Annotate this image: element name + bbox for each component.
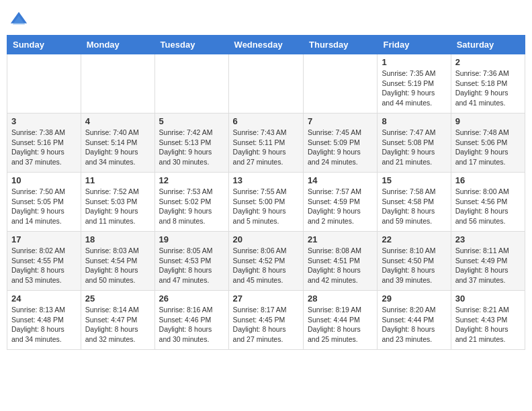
calendar-cell: 27Sunrise: 8:17 AM Sunset: 4:45 PM Dayli…	[228, 291, 303, 350]
calendar-cell: 19Sunrise: 8:05 AM Sunset: 4:53 PM Dayli…	[154, 232, 228, 291]
calendar-cell: 4Sunrise: 7:40 AM Sunset: 5:14 PM Daylig…	[81, 113, 154, 173]
day-info: Sunrise: 8:13 AM Sunset: 4:48 PM Dayligh…	[11, 305, 77, 345]
header-row: SundayMondayTuesdayWednesdayThursdayFrid…	[7, 36, 525, 54]
calendar-cell: 7Sunrise: 7:45 AM Sunset: 5:09 PM Daylig…	[304, 113, 378, 173]
day-number: 23	[455, 234, 521, 244]
week-row-1: 1Sunrise: 7:35 AM Sunset: 5:19 PM Daylig…	[7, 54, 525, 113]
calendar-cell	[154, 54, 228, 113]
day-info: Sunrise: 7:57 AM Sunset: 4:59 PM Dayligh…	[308, 187, 373, 226]
calendar-cell: 2Sunrise: 7:36 AM Sunset: 5:18 PM Daylig…	[451, 54, 525, 113]
calendar-cell	[7, 54, 81, 113]
calendar-cell	[304, 54, 378, 113]
calendar-cell: 11Sunrise: 7:52 AM Sunset: 5:03 PM Dayli…	[81, 173, 154, 232]
calendar-cell: 16Sunrise: 8:00 AM Sunset: 4:56 PM Dayli…	[451, 173, 525, 232]
day-info: Sunrise: 8:11 AM Sunset: 4:49 PM Dayligh…	[455, 246, 521, 285]
day-info: Sunrise: 8:05 AM Sunset: 4:53 PM Dayligh…	[159, 246, 224, 285]
week-row-2: 3Sunrise: 7:38 AM Sunset: 5:16 PM Daylig…	[7, 113, 525, 173]
day-info: Sunrise: 7:58 AM Sunset: 4:58 PM Dayligh…	[382, 187, 446, 226]
day-info: Sunrise: 8:06 AM Sunset: 4:52 PM Dayligh…	[233, 246, 299, 285]
day-number: 8	[382, 116, 446, 126]
header-wednesday: Wednesday	[228, 36, 303, 54]
day-info: Sunrise: 7:55 AM Sunset: 5:00 PM Dayligh…	[233, 187, 299, 226]
calendar-cell	[81, 54, 154, 113]
day-number: 1	[382, 57, 446, 67]
day-number: 28	[308, 293, 373, 304]
header-monday: Monday	[81, 36, 154, 54]
day-info: Sunrise: 8:10 AM Sunset: 4:50 PM Dayligh…	[382, 246, 446, 285]
day-number: 6	[233, 116, 299, 126]
calendar-cell: 22Sunrise: 8:10 AM Sunset: 4:50 PM Dayli…	[378, 232, 451, 291]
calendar-cell: 5Sunrise: 7:42 AM Sunset: 5:13 PM Daylig…	[154, 113, 228, 173]
calendar-cell: 6Sunrise: 7:43 AM Sunset: 5:11 PM Daylig…	[228, 113, 303, 173]
day-info: Sunrise: 7:35 AM Sunset: 5:19 PM Dayligh…	[382, 68, 446, 108]
day-info: Sunrise: 7:53 AM Sunset: 5:02 PM Dayligh…	[159, 187, 224, 226]
calendar-cell: 10Sunrise: 7:50 AM Sunset: 5:05 PM Dayli…	[7, 173, 81, 232]
logo	[9, 11, 31, 30]
calendar-cell: 30Sunrise: 8:21 AM Sunset: 4:43 PM Dayli…	[451, 291, 525, 350]
day-info: Sunrise: 7:40 AM Sunset: 5:14 PM Dayligh…	[85, 128, 150, 167]
day-number: 4	[85, 116, 150, 126]
day-info: Sunrise: 8:17 AM Sunset: 4:45 PM Dayligh…	[233, 305, 299, 345]
day-number: 29	[382, 293, 446, 304]
calendar-cell: 17Sunrise: 8:02 AM Sunset: 4:55 PM Dayli…	[7, 232, 81, 291]
calendar-cell: 15Sunrise: 7:58 AM Sunset: 4:58 PM Dayli…	[378, 173, 451, 232]
day-info: Sunrise: 8:08 AM Sunset: 4:51 PM Dayligh…	[308, 246, 373, 285]
day-number: 26	[159, 293, 224, 304]
day-info: Sunrise: 8:19 AM Sunset: 4:44 PM Dayligh…	[308, 305, 373, 345]
day-number: 27	[233, 293, 299, 304]
day-number: 9	[455, 116, 521, 126]
calendar-cell: 23Sunrise: 8:11 AM Sunset: 4:49 PM Dayli…	[451, 232, 525, 291]
calendar-cell: 25Sunrise: 8:14 AM Sunset: 4:47 PM Dayli…	[81, 291, 154, 350]
calendar-cell: 29Sunrise: 8:20 AM Sunset: 4:44 PM Dayli…	[378, 291, 451, 350]
day-number: 2	[455, 57, 521, 67]
logo-icon	[9, 11, 28, 30]
calendar-cell	[228, 54, 303, 113]
header-tuesday: Tuesday	[154, 36, 228, 54]
calendar-cell: 13Sunrise: 7:55 AM Sunset: 5:00 PM Dayli…	[228, 173, 303, 232]
day-number: 25	[85, 293, 150, 304]
calendar-table: SundayMondayTuesdayWednesdayThursdayFrid…	[7, 35, 525, 350]
day-info: Sunrise: 8:20 AM Sunset: 4:44 PM Dayligh…	[382, 305, 446, 345]
page-header	[7, 7, 525, 30]
day-info: Sunrise: 7:42 AM Sunset: 5:13 PM Dayligh…	[159, 128, 224, 167]
day-info: Sunrise: 8:02 AM Sunset: 4:55 PM Dayligh…	[11, 246, 77, 285]
calendar-cell: 14Sunrise: 7:57 AM Sunset: 4:59 PM Dayli…	[304, 173, 378, 232]
calendar-cell: 12Sunrise: 7:53 AM Sunset: 5:02 PM Dayli…	[154, 173, 228, 232]
day-info: Sunrise: 8:14 AM Sunset: 4:47 PM Dayligh…	[85, 305, 150, 345]
day-number: 7	[308, 116, 373, 126]
day-number: 16	[455, 175, 521, 185]
week-row-5: 24Sunrise: 8:13 AM Sunset: 4:48 PM Dayli…	[7, 291, 525, 350]
day-number: 21	[308, 234, 373, 244]
day-number: 10	[11, 175, 77, 185]
day-info: Sunrise: 7:38 AM Sunset: 5:16 PM Dayligh…	[11, 128, 77, 167]
day-number: 22	[382, 234, 446, 244]
calendar-cell: 1Sunrise: 7:35 AM Sunset: 5:19 PM Daylig…	[378, 54, 451, 113]
day-number: 12	[159, 175, 224, 185]
week-row-3: 10Sunrise: 7:50 AM Sunset: 5:05 PM Dayli…	[7, 173, 525, 232]
calendar-cell: 26Sunrise: 8:16 AM Sunset: 4:46 PM Dayli…	[154, 291, 228, 350]
calendar-cell: 20Sunrise: 8:06 AM Sunset: 4:52 PM Dayli…	[228, 232, 303, 291]
calendar-cell: 8Sunrise: 7:47 AM Sunset: 5:08 PM Daylig…	[378, 113, 451, 173]
week-row-4: 17Sunrise: 8:02 AM Sunset: 4:55 PM Dayli…	[7, 232, 525, 291]
day-info: Sunrise: 8:16 AM Sunset: 4:46 PM Dayligh…	[159, 305, 224, 345]
day-info: Sunrise: 7:43 AM Sunset: 5:11 PM Dayligh…	[233, 128, 299, 167]
calendar-cell: 3Sunrise: 7:38 AM Sunset: 5:16 PM Daylig…	[7, 113, 81, 173]
header-sunday: Sunday	[7, 36, 81, 54]
day-number: 15	[382, 175, 446, 185]
day-number: 5	[159, 116, 224, 126]
header-saturday: Saturday	[451, 36, 525, 54]
day-info: Sunrise: 8:21 AM Sunset: 4:43 PM Dayligh…	[455, 305, 521, 345]
day-info: Sunrise: 7:47 AM Sunset: 5:08 PM Dayligh…	[382, 128, 446, 167]
day-number: 30	[455, 293, 521, 304]
day-info: Sunrise: 7:48 AM Sunset: 5:06 PM Dayligh…	[455, 128, 521, 167]
day-number: 3	[11, 116, 77, 126]
calendar-cell: 28Sunrise: 8:19 AM Sunset: 4:44 PM Dayli…	[304, 291, 378, 350]
day-number: 13	[233, 175, 299, 185]
day-number: 18	[85, 234, 150, 244]
day-number: 20	[233, 234, 299, 244]
header-friday: Friday	[378, 36, 451, 54]
day-number: 17	[11, 234, 77, 244]
day-number: 24	[11, 293, 77, 304]
day-info: Sunrise: 8:03 AM Sunset: 4:54 PM Dayligh…	[85, 246, 150, 285]
day-info: Sunrise: 7:45 AM Sunset: 5:09 PM Dayligh…	[308, 128, 373, 167]
